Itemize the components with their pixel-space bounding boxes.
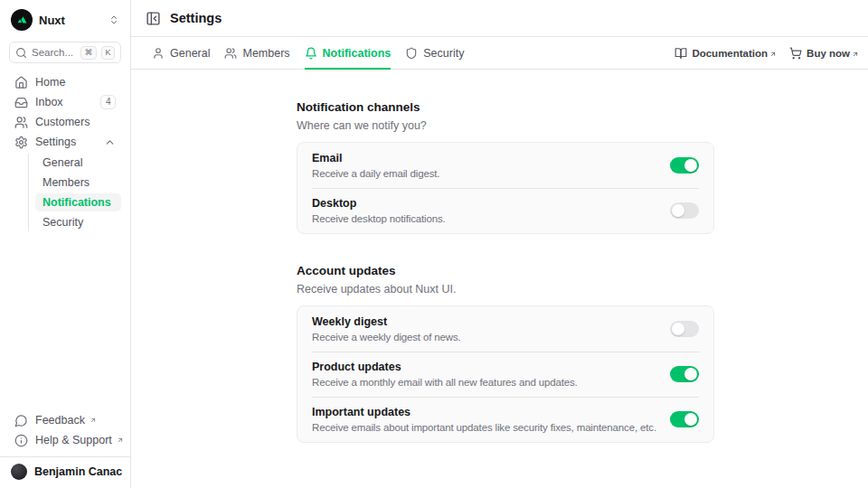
feedback-link[interactable]: Feedback — [9, 411, 121, 429]
sidebar-subitem-label: Security — [42, 216, 83, 229]
home-icon — [14, 76, 28, 89]
settings-content: Notification channels Where can we notif… — [131, 70, 868, 488]
section-description: Where can we notify you? — [297, 119, 714, 132]
bell-icon — [305, 47, 317, 60]
toggle-knob — [684, 368, 697, 380]
sidebar-item-home[interactable]: Home — [9, 73, 121, 91]
search-box[interactable]: ⌘ K — [9, 42, 121, 63]
external-link-icon — [117, 434, 124, 446]
sidebar-item-customers[interactable]: Customers — [9, 113, 121, 131]
setting-text: Desktop Receive desktop notifications. — [312, 197, 670, 224]
speech-bubble-icon — [14, 414, 28, 427]
settings-card: Email Receive a daily email digest. Desk… — [297, 142, 714, 234]
setting-description: Receive desktop notifications. — [312, 213, 657, 224]
sidebar-item-settings-general[interactable]: General — [35, 154, 121, 172]
buy-now-link[interactable]: Buy now — [789, 46, 859, 60]
tab-general[interactable]: General — [152, 37, 210, 69]
external-link-icon — [90, 414, 97, 427]
setting-description: Receive a monthly email with all new fea… — [312, 377, 657, 388]
sidebar-item-settings-members[interactable]: Members — [35, 174, 121, 192]
toggle-knob — [672, 323, 684, 335]
toggle-knob — [684, 413, 697, 426]
weekly-digest-toggle[interactable] — [670, 321, 699, 337]
main-panel: Settings General Members Notifications — [131, 0, 868, 488]
tab-label: Members — [242, 47, 289, 60]
sidebar-subitem-label: Members — [42, 176, 90, 189]
info-icon — [14, 434, 28, 447]
section-description: Receive updates about Nuxt UI. — [297, 283, 714, 296]
kbd-command: ⌘ — [80, 46, 97, 60]
documentation-link[interactable]: Documentation — [675, 46, 777, 60]
external-link-icon — [769, 49, 777, 60]
setting-title: Important updates — [312, 406, 657, 418]
tab-members[interactable]: Members — [224, 37, 289, 69]
settings-tabbar: General Members Notifications Security — [131, 37, 868, 70]
section-title: Notification channels — [297, 100, 714, 114]
search-input[interactable] — [32, 47, 76, 58]
sidebar-item-settings[interactable]: Settings — [9, 133, 121, 151]
tabbar-links: Documentation Buy now — [675, 37, 859, 69]
collapse-sidebar-button[interactable] — [146, 11, 161, 26]
sidebar-item-settings-security[interactable]: Security — [35, 213, 121, 231]
sidebar-subitem-label: Notifications — [42, 196, 111, 209]
user-menu[interactable]: Benjamin Canac — [0, 456, 130, 488]
setting-text: Product updates Receive a monthly email … — [312, 361, 670, 388]
help-support-link[interactable]: Help & Support — [9, 431, 121, 449]
footer-link-label: Help & Support — [35, 434, 112, 446]
nuxt-logo-icon — [11, 9, 33, 31]
panel-left-close-icon — [146, 11, 161, 26]
tab-notifications[interactable]: Notifications — [305, 37, 392, 69]
sidebar: Nuxt ⌘ K Home Inbox 4 Customers — [0, 0, 131, 488]
settings-card: Weekly digest Receive a weekly digest of… — [297, 305, 714, 443]
setting-row-desktop: Desktop Receive desktop notifications. — [297, 188, 713, 233]
setting-row-email: Email Receive a daily email digest. — [297, 143, 713, 188]
users-icon — [14, 116, 28, 129]
settings-subnav: General Members Notifications Security — [28, 154, 121, 231]
toggle-knob — [684, 159, 697, 172]
setting-row-important-updates: Important updates Receive emails about i… — [297, 397, 713, 442]
user-icon — [152, 47, 165, 60]
sidebar-item-label: Customers — [35, 116, 90, 128]
sidebar-subitem-label: General — [42, 156, 82, 169]
inbox-icon — [14, 96, 28, 109]
setting-title: Desktop — [312, 197, 657, 210]
page-header: Settings — [131, 0, 868, 37]
desktop-toggle[interactable] — [670, 202, 699, 219]
cart-icon — [789, 47, 802, 60]
tabbar-link-label: Documentation — [692, 48, 768, 59]
sidebar-spacer — [9, 232, 121, 411]
tab-security[interactable]: Security — [405, 37, 464, 69]
sidebar-item-label: Home — [35, 76, 65, 89]
external-link-icon — [852, 49, 859, 60]
sidebar-item-label: Settings — [35, 136, 76, 148]
tab-label: General — [170, 47, 210, 60]
section-title: Account updates — [297, 264, 714, 277]
setting-title: Weekly digest — [312, 315, 657, 328]
setting-description: Receive emails about important updates l… — [312, 422, 657, 433]
page-title: Settings — [170, 11, 222, 25]
gear-icon — [14, 136, 28, 149]
setting-text: Weekly digest Receive a weekly digest of… — [312, 315, 670, 343]
sidebar-item-settings-notifications[interactable]: Notifications — [35, 193, 121, 211]
app-window: Nuxt ⌘ K Home Inbox 4 Customers — [0, 0, 868, 488]
sidebar-item-inbox[interactable]: Inbox 4 — [9, 93, 121, 111]
shield-icon — [405, 47, 418, 60]
user-name: Benjamin Canac — [34, 465, 122, 478]
chevron-up-icon — [104, 136, 116, 148]
users-icon — [224, 47, 237, 60]
tabs: General Members Notifications Security — [152, 37, 464, 69]
inbox-count-badge: 4 — [100, 95, 116, 109]
setting-text: Important updates Receive emails about i… — [312, 406, 670, 433]
product-updates-toggle[interactable] — [670, 366, 699, 382]
settings-container: Notification channels Where can we notif… — [297, 100, 714, 443]
setting-description: Receive a daily email digest. — [312, 168, 657, 179]
footer-link-label: Feedback — [35, 414, 85, 427]
workspace-switcher[interactable]: Nuxt — [11, 9, 119, 31]
tabbar-link-label: Buy now — [807, 48, 850, 59]
sidebar-item-label: Inbox — [35, 96, 63, 108]
section-notification-channels: Notification channels Where can we notif… — [297, 100, 714, 234]
email-toggle[interactable] — [670, 157, 699, 174]
important-updates-toggle[interactable] — [670, 411, 699, 427]
toggle-knob — [672, 204, 684, 217]
setting-row-product-updates: Product updates Receive a monthly email … — [297, 352, 713, 397]
